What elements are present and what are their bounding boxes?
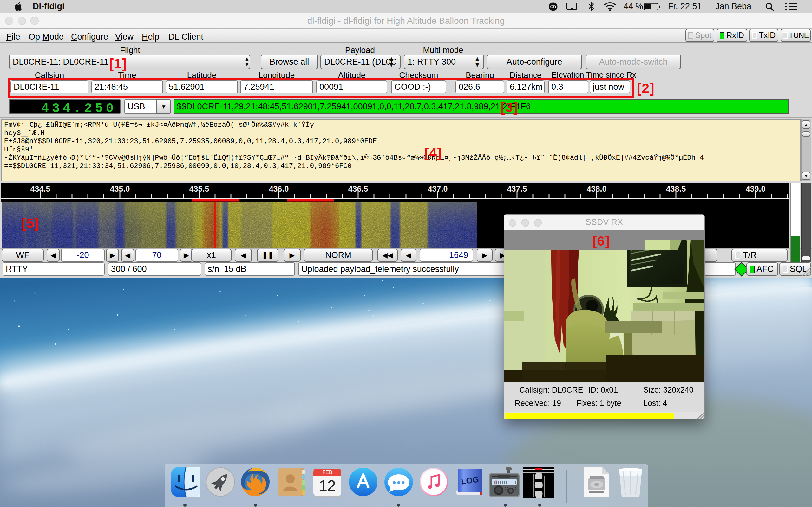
svg-text:12: 12 [319, 477, 336, 494]
svg-text:FEB: FEB [322, 469, 332, 475]
